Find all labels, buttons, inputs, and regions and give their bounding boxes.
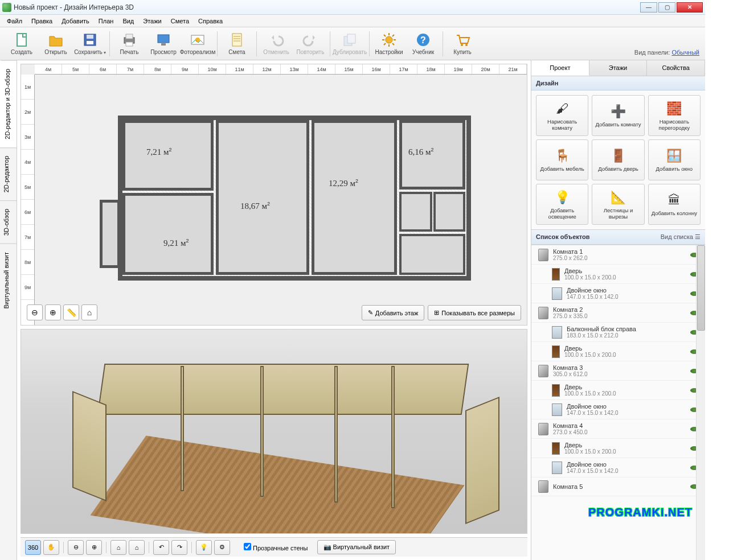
rotate-left-button[interactable]: ↶: [153, 540, 169, 555]
menu-Смета[interactable]: Смета: [166, 16, 194, 26]
design-5[interactable]: 🪟Добавить окно: [648, 139, 701, 180]
virtual-visit-button[interactable]: 📷 Виртуальный визит: [317, 540, 396, 554]
object-room[interactable]: Комната 4273.0 x 450.0: [531, 419, 705, 439]
design-7[interactable]: 📐Лестницы и вырезы: [592, 184, 644, 225]
svg-rect-8: [161, 43, 166, 46]
object-door[interactable]: Дверь100.0 x 15.0 x 200.0: [531, 381, 705, 400]
zoom-in-button[interactable]: ⊕: [45, 304, 61, 320]
svg-point-17: [461, 44, 463, 46]
toolbar-Фотореализм[interactable]: Фотореализм: [181, 28, 215, 59]
svg-rect-0: [17, 34, 26, 46]
measure-button[interactable]: 📏: [63, 304, 79, 320]
right-tab-Этажи[interactable]: Этажи: [589, 60, 648, 76]
zoom-out-button[interactable]: ⊖: [27, 304, 43, 320]
right-tab-Проект[interactable]: Проект: [531, 60, 589, 76]
object-door[interactable]: Дверь100.0 x 15.0 x 200.0: [531, 439, 705, 458]
design-4[interactable]: 🚪Добавить дверь: [592, 139, 644, 180]
floor-plan[interactable]: 7,21 м218,67 м212,29 м26,16 м29,21 м2: [101, 116, 471, 286]
zoom-out-3d-button[interactable]: ⊖: [68, 540, 84, 555]
orbit-button[interactable]: 360: [25, 540, 41, 555]
toolbar: СоздатьОткрытьСохранитьПечатьПросмотрФот…: [0, 27, 705, 60]
rotate-right-button[interactable]: ↷: [171, 540, 187, 555]
object-win[interactable]: Двойное окно147.0 x 15.0 x 142.0: [531, 284, 705, 303]
svg-text:?: ?: [420, 35, 426, 45]
toolbar-Повторить[interactable]: Повторить: [293, 28, 327, 59]
design-0[interactable]: 🖌Нарисовать комнату: [536, 95, 588, 136]
design-3[interactable]: 🪑Добавить мебель: [536, 139, 588, 180]
light-button[interactable]: 💡: [196, 540, 212, 555]
toolbar-Создать[interactable]: Создать: [5, 28, 39, 59]
room-label: 12,29 м2: [329, 178, 358, 188]
object-win[interactable]: Двойное окно147.0 x 15.0 x 142.0: [531, 400, 705, 419]
menu-Этажи[interactable]: Этажи: [138, 16, 166, 26]
object-room[interactable]: Комната 3305.0 x 612.0: [531, 361, 705, 381]
design-2[interactable]: 🧱Нарисовать перегородку: [648, 95, 701, 136]
toolbar-Купить[interactable]: Купить: [445, 28, 480, 59]
menu-Правка[interactable]: Правка: [27, 16, 57, 26]
menu-Файл[interactable]: Файл: [2, 16, 27, 26]
canvas-3d[interactable]: [21, 329, 527, 534]
objects-list-header: Список объектов Вид списка ☰: [531, 229, 705, 245]
toolbar-Просмотр[interactable]: Просмотр: [146, 28, 181, 59]
panel-mode-value[interactable]: Обычный: [671, 49, 699, 56]
design-8[interactable]: 🏛Добавить колонну: [648, 184, 701, 225]
room-label: 18,67 м2: [240, 201, 270, 211]
menu-Вид[interactable]: Вид: [118, 16, 138, 26]
object-door[interactable]: Дверь100.0 x 15.0 x 200.0: [531, 265, 705, 284]
right-panel: ПроектЭтажиСвойства Дизайн 🖌Нарисовать к…: [531, 60, 705, 560]
add-floor-button[interactable]: ✎Добавить этаж: [362, 305, 424, 320]
canvas-2d[interactable]: 4м5м6м7м8м9м10м11м12м13м14м15м16м17м18м1…: [21, 64, 527, 326]
toolbar-Смета[interactable]: Смета: [220, 28, 254, 59]
left-tab-3[interactable]: Виртуальный визит: [0, 244, 17, 317]
list-view-toggle[interactable]: Вид списка ☰: [661, 233, 701, 241]
scrollbar[interactable]: [696, 245, 705, 560]
right-tabs: ПроектЭтажиСвойства: [531, 60, 705, 76]
toolbar-Учебник[interactable]: ?Учебник: [406, 28, 440, 59]
toolbar-Печать[interactable]: Печать: [112, 28, 146, 59]
menu-Добавить[interactable]: Добавить: [57, 16, 94, 26]
svg-rect-13: [347, 34, 355, 43]
toolbar-Открыть[interactable]: Открыть: [39, 28, 73, 59]
settings-3d-button[interactable]: ⚙: [214, 540, 230, 555]
close-button[interactable]: ✕: [677, 2, 703, 13]
toolbar-Сохранить[interactable]: Сохранить: [73, 28, 107, 59]
left-tab-2[interactable]: 3D-обзор: [0, 200, 17, 244]
svg-rect-2: [87, 41, 93, 44]
toolbar-Отменить[interactable]: Отменить: [259, 28, 293, 59]
menu-Справка[interactable]: Справка: [194, 16, 227, 26]
right-tab-Свойства[interactable]: Свойства: [647, 60, 705, 76]
canvas-2d-tools: ⊖ ⊕ 📏 ⌂: [27, 304, 97, 320]
object-room[interactable]: Комната 2275.0 x 335.0: [531, 303, 705, 323]
home-button[interactable]: ⌂: [81, 304, 97, 320]
svg-rect-3: [87, 35, 93, 39]
left-tab-1[interactable]: 2D-редактор: [0, 147, 17, 200]
toolbar-Настройки[interactable]: Настройки: [372, 28, 406, 59]
room-label: 6,16 м2: [408, 147, 434, 157]
design-1[interactable]: ➕Добавить комнату: [592, 95, 644, 136]
svg-point-14: [386, 36, 392, 43]
left-tab-0[interactable]: 2D-редактор и 3D-обзор: [0, 60, 17, 147]
title-bar: Новый проект - Дизайн Интерьера 3D — ▢ ✕: [0, 0, 705, 15]
design-tools: 🖌Нарисовать комнату➕Добавить комнату🧱Нар…: [531, 90, 705, 229]
transparent-walls-checkbox[interactable]: Прозрачные стены: [244, 543, 308, 551]
object-win[interactable]: Двойное окно147.0 x 15.0 x 142.0: [531, 458, 705, 477]
object-room[interactable]: Комната 1275.0 x 262.0: [531, 245, 705, 265]
minimize-button[interactable]: —: [640, 2, 657, 13]
object-door[interactable]: Дверь100.0 x 15.0 x 200.0: [531, 342, 705, 361]
maximize-button[interactable]: ▢: [658, 2, 675, 13]
app-icon: [2, 3, 11, 12]
reset-view-button[interactable]: ⌂: [110, 540, 126, 555]
left-tabs: 2D-редактор и 3D-обзор2D-редактор3D-обзо…: [0, 60, 17, 560]
zoom-in-3d-button[interactable]: ⊕: [86, 540, 102, 555]
ruler-vertical: 1м2м3м4м5м6м7м8м9м: [21, 75, 35, 325]
object-room[interactable]: Комната 5: [531, 477, 705, 496]
design-6[interactable]: 💡Добавить освещение: [536, 184, 588, 225]
home-3d-button[interactable]: ⌂: [129, 540, 145, 555]
menu-План[interactable]: План: [94, 16, 118, 26]
object-win[interactable]: Балконный блок справа183.0 x 15.0 x 212.…: [531, 323, 705, 342]
toolbar-Дублировать[interactable]: Дублировать: [333, 28, 367, 59]
menu-bar: ФайлПравкаДобавитьПланВидЭтажиСметаСправ…: [0, 15, 705, 27]
show-dimensions-button[interactable]: ⊞Показывать все размеры: [428, 305, 521, 320]
svg-rect-6: [126, 42, 133, 46]
pan-button[interactable]: ✋: [43, 540, 59, 555]
